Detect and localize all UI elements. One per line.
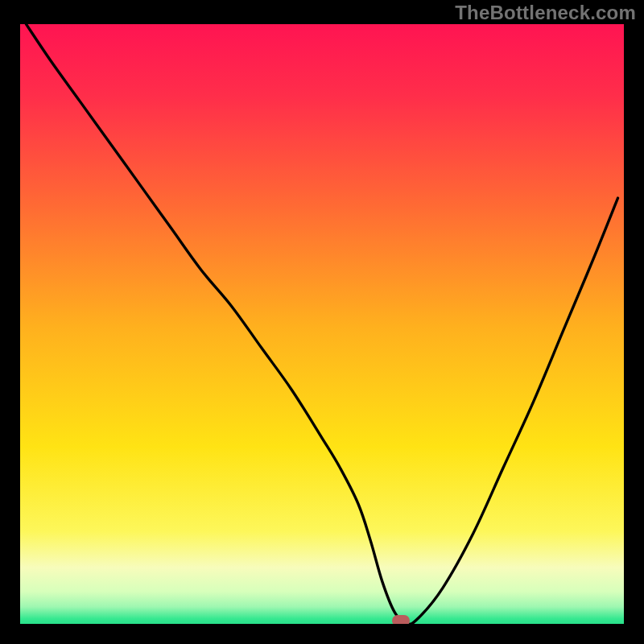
plot-area xyxy=(20,24,624,624)
watermark-text: TheBottleneck.com xyxy=(455,2,636,24)
optimal-marker xyxy=(392,615,410,624)
bottleneck-curve xyxy=(20,24,624,624)
chart-frame: TheBottleneck.com xyxy=(0,0,644,644)
